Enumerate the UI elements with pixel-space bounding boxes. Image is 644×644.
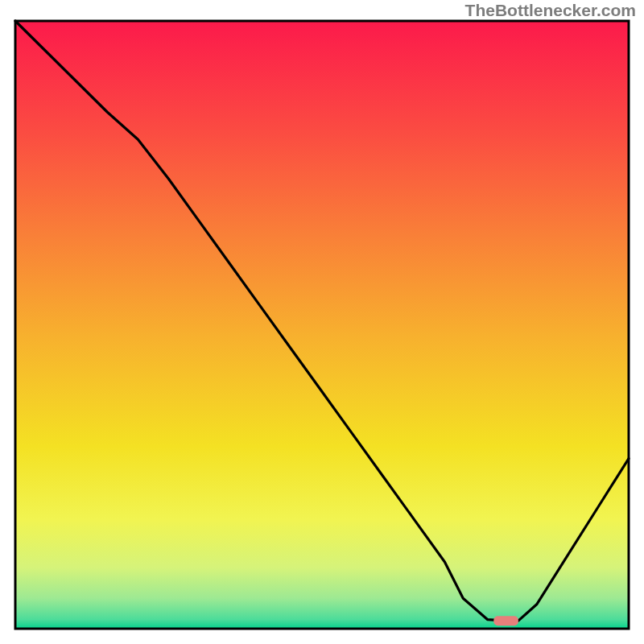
optimal-marker xyxy=(493,616,518,625)
attribution-text: TheBottlenecker.com xyxy=(465,1,636,19)
bottleneck-chart: TheBottlenecker.com xyxy=(0,0,644,644)
